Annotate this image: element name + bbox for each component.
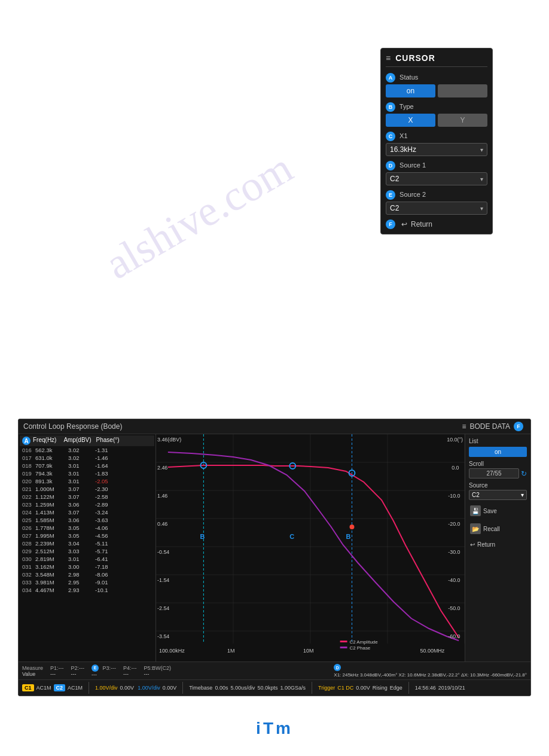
svg-text:-1.54: -1.54 [157, 577, 169, 583]
type-x-button[interactable]: X [386, 114, 435, 127]
data-table: A Freq(Hz) Amp(dBV) Phase(°) 016 562.3k … [19, 434, 156, 662]
svg-text:10.0(°): 10.0(°) [447, 437, 463, 443]
scope-header-right: ≡ BODE DATA F [462, 422, 526, 431]
cursor-panel: ≡ CURSOR A Status on B Type X Y C X1 16.… [380, 48, 493, 234]
bode-return-icon: ↩ [470, 541, 475, 548]
ac2-label: AC1M [68, 685, 83, 691]
scope-title: Control Loop Response (Bode) [23, 422, 122, 431]
scroll-icon[interactable]: ↻ [521, 470, 527, 478]
svg-text:100.00kHz: 100.00kHz [159, 648, 185, 654]
list-on-button[interactable]: on [469, 447, 527, 457]
table-row: 016 562.3k 3.02 -1.31 [20, 446, 154, 454]
bode-menu-icon: ≡ [462, 422, 466, 431]
timebase-section: Timebase 0.00s 5.00us/div 50.0kpts 1.00G… [189, 685, 306, 691]
bode-svg: 3.46(dBV) 2.46 1.46 0.46 -0.54 -1.54 -2.… [156, 434, 465, 662]
table-row: 027 1.995M 3.05 -4.56 [20, 532, 154, 539]
measure-label-item: Measure Value [22, 665, 43, 677]
table-row: 032 3.548M 2.98 -8.06 [20, 571, 154, 578]
svg-rect-42 [340, 647, 347, 648]
c1-vdiv: 1.00V/div [95, 685, 118, 691]
table-row: 022 1.122M 3.07 -2.58 [20, 493, 154, 501]
table-row: 023 1.259M 3.06 -2.89 [20, 501, 154, 508]
x1-dropdown[interactable]: 16.3kHz ▾ [386, 143, 487, 156]
return-button[interactable]: F ↩ Return [386, 220, 487, 229]
svg-text:0.46: 0.46 [157, 521, 167, 527]
scope-header: Control Loop Response (Bode) ≡ BODE DATA… [19, 419, 530, 434]
right-panel: List on Scroll 27/55 ↻ Source C2 ▾ 💾 Sav… [465, 434, 530, 662]
scope-section: Control Loop Response (Bode) ≡ BODE DATA… [18, 419, 531, 696]
source2-dropdown[interactable]: C2 ▾ [386, 202, 487, 215]
scroll-value: 27/55 [469, 468, 519, 478]
scroll-section: Scroll 27/55 ↻ [469, 461, 527, 478]
table-row: 019 794.3k 3.01 -1.83 [20, 470, 154, 477]
itm-logo: iTm [256, 719, 293, 738]
circle-a: A [386, 73, 395, 83]
svg-point-16 [349, 525, 354, 529]
scroll-label: Scroll [469, 461, 527, 467]
status-label: A Status [386, 73, 487, 83]
circle-c: C [386, 132, 395, 141]
trigger-section: Trigger C1 DC 0.00V Rising Edge [318, 685, 402, 691]
svg-text:0.0: 0.0 [452, 465, 459, 471]
tb-pts: 50.0kpts [257, 685, 277, 691]
p3-item: E P3:--- --- [92, 664, 116, 678]
table-header: A Freq(Hz) Amp(dBV) Phase(°) [20, 435, 154, 446]
source1-dropdown[interactable]: C2 ▾ [386, 172, 487, 185]
c1dc-label: C1 DC [337, 685, 353, 691]
svg-text:-10.0: -10.0 [448, 493, 460, 499]
source1-chevron-icon: ▾ [480, 176, 483, 182]
time-section: 14:56:46 2019/10/21 [415, 685, 465, 691]
table-row: 034 4.467M 2.93 -10.1 [20, 586, 154, 594]
svg-text:1M: 1M [227, 648, 234, 654]
source2-row: E Source 2 C2 ▾ [386, 190, 487, 215]
date-label: 2019/10/21 [438, 685, 465, 691]
trig-edge: Rising [373, 685, 388, 691]
ch1-section: C1 AC1M C2 AC1M [22, 684, 83, 691]
svg-text:-20.0: -20.0 [448, 521, 460, 527]
bode-return-button[interactable]: ↩ Return [469, 539, 527, 550]
recall-icon: 📂 [470, 523, 481, 534]
table-row: 025 1.585M 3.06 -3.63 [20, 516, 154, 524]
source-dropdown[interactable]: C2 ▾ [469, 490, 527, 500]
circle-f-bode: F [514, 422, 523, 431]
svg-text:C: C [289, 533, 294, 540]
source-label: Source [469, 482, 527, 489]
bode-data-label: BODE DATA [469, 422, 510, 431]
table-row: 030 2.819M 3.01 -6.41 [20, 555, 154, 563]
circle-b: B [386, 102, 395, 112]
footer-divider-4 [408, 682, 409, 694]
p2-item: P2:--- --- [71, 665, 85, 677]
table-row: 029 2.512M 3.03 -5.71 [20, 547, 154, 555]
recall-button[interactable]: 📂 Recall [469, 522, 527, 536]
status-off-button[interactable] [438, 84, 487, 97]
ch2-vdiv-section: 1.00V/div 0.00V [138, 685, 176, 691]
type-y-button[interactable]: Y [438, 114, 487, 127]
save-button[interactable]: 💾 Save [469, 504, 527, 518]
x1-chevron-icon: ▾ [480, 147, 483, 153]
source-chevron-icon: ▾ [521, 492, 524, 498]
svg-text:10M: 10M [303, 648, 313, 654]
source1-row: D Source 1 C2 ▾ [386, 161, 487, 185]
svg-text:B: B [200, 533, 205, 540]
circle-f: F [386, 220, 395, 229]
svg-text:C2 Phase: C2 Phase [349, 645, 370, 651]
footer-divider-3 [312, 682, 312, 694]
source2-label: E Source 2 [386, 190, 487, 200]
svg-text:-2.54: -2.54 [157, 605, 169, 611]
table-rows: 016 562.3k 3.02 -1.31 017 631.0k 3.02 -1… [20, 446, 154, 594]
menu-icon: ≡ [386, 53, 391, 63]
table-row: 020 891.3k 3.01 -2.05 [20, 477, 154, 485]
svg-text:1.46: 1.46 [157, 493, 167, 499]
p5-item: P5:BW(C2) --- [144, 665, 172, 677]
status-on-button[interactable]: on [386, 84, 435, 97]
footer-divider-2 [182, 682, 183, 694]
circle-e: E [386, 190, 395, 200]
watermark: alshive.com [97, 143, 301, 289]
table-row: 021 1.000M 3.07 -2.30 [20, 485, 154, 493]
ch1-vdiv-section: 1.00V/div 0.00V [95, 685, 134, 691]
scope-footer: C1 AC1M C2 AC1M 1.00V/div 0.00V 1.00V/di… [19, 679, 530, 696]
cursor-info-item: D X1: 245kHz 3.048dBV,-400m° X2: 10.6MHz… [334, 664, 527, 678]
tb-sdiv: 5.00us/div [230, 685, 255, 691]
source-section: Source C2 ▾ [469, 482, 527, 500]
p4-item: P4:--- --- [123, 665, 137, 677]
